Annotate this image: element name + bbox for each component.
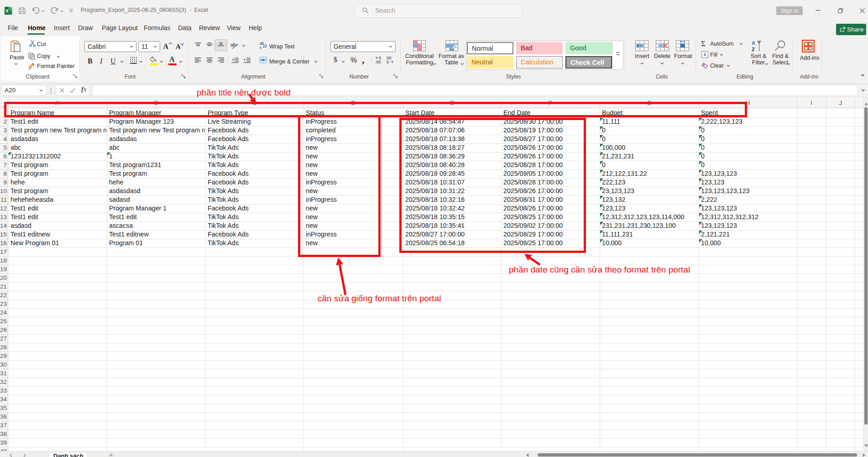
svg-text:.00: .00	[375, 60, 381, 64]
svg-text:0: 0	[387, 60, 389, 64]
svg-text:0: 0	[379, 56, 381, 60]
svg-text:Z: Z	[752, 47, 755, 52]
svg-text:A: A	[752, 40, 755, 46]
